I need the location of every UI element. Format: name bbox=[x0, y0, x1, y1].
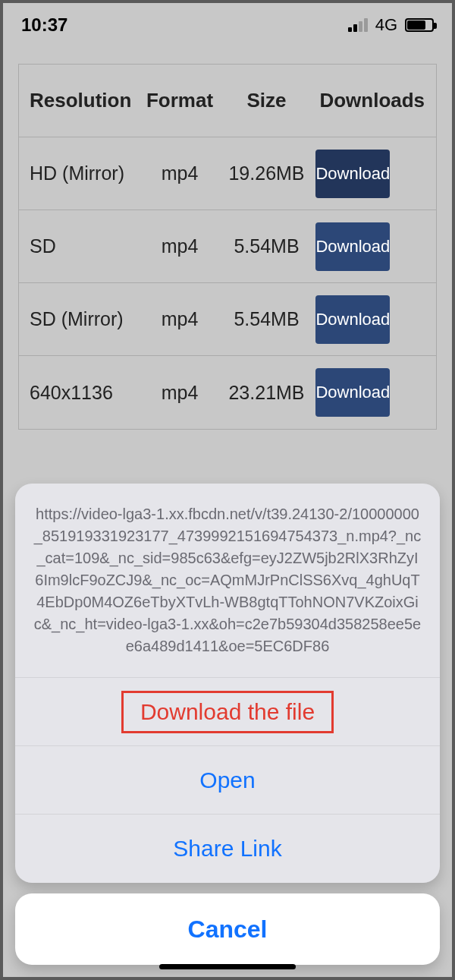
cancel-action[interactable]: Cancel bbox=[15, 893, 440, 965]
sheet-url-title: https://video-lga3-1.xx.fbcdn.net/v/t39.… bbox=[15, 484, 440, 678]
downloads-table: Resolution Format Size Downloads HD (Mir… bbox=[18, 64, 437, 430]
status-time: 10:37 bbox=[21, 14, 67, 36]
cell-format: mp4 bbox=[141, 235, 219, 257]
cell-resolution: HD (Mirror) bbox=[24, 162, 141, 184]
cell-size: 5.54MB bbox=[219, 308, 315, 330]
signal-icon bbox=[348, 18, 368, 32]
action-sheet-card: https://video-lga3-1.xx.fbcdn.net/v/t39.… bbox=[15, 484, 440, 883]
status-right: 4G bbox=[348, 15, 434, 35]
download-button[interactable]: Download bbox=[315, 222, 390, 271]
table-header-row: Resolution Format Size Downloads bbox=[19, 65, 436, 137]
cell-format: mp4 bbox=[141, 308, 219, 330]
table-row: 640x1136 mp4 23.21MB Download bbox=[19, 356, 436, 429]
header-format: Format bbox=[141, 89, 219, 112]
download-file-action[interactable]: Download the file bbox=[15, 678, 440, 746]
table-row: SD (Mirror) mp4 5.54MB Download bbox=[19, 283, 436, 356]
table-row: SD mp4 5.54MB Download bbox=[19, 210, 436, 283]
cell-resolution: 640x1136 bbox=[24, 382, 141, 404]
cell-resolution: SD bbox=[24, 235, 141, 257]
home-indicator bbox=[159, 964, 296, 969]
cell-format: mp4 bbox=[141, 382, 219, 404]
cell-format: mp4 bbox=[141, 162, 219, 184]
header-downloads: Downloads bbox=[314, 89, 431, 112]
download-button[interactable]: Download bbox=[315, 295, 390, 344]
open-action[interactable]: Open bbox=[15, 746, 440, 815]
download-button[interactable]: Download bbox=[315, 150, 390, 198]
open-label: Open bbox=[199, 767, 255, 793]
header-resolution: Resolution bbox=[24, 89, 141, 112]
share-link-action[interactable]: Share Link bbox=[15, 815, 440, 883]
cell-resolution: SD (Mirror) bbox=[24, 308, 141, 330]
cancel-label: Cancel bbox=[188, 915, 268, 944]
cell-size: 23.21MB bbox=[219, 382, 315, 404]
action-sheet: https://video-lga3-1.xx.fbcdn.net/v/t39.… bbox=[15, 484, 440, 965]
download-file-label: Download the file bbox=[121, 691, 334, 733]
download-button[interactable]: Download bbox=[315, 368, 390, 417]
share-link-label: Share Link bbox=[173, 836, 281, 862]
table-row: HD (Mirror) mp4 19.26MB Download bbox=[19, 137, 436, 210]
cell-size: 5.54MB bbox=[219, 235, 315, 257]
status-bar: 10:37 4G bbox=[3, 3, 452, 47]
header-size: Size bbox=[219, 89, 315, 112]
network-label: 4G bbox=[375, 15, 397, 35]
cell-size: 19.26MB bbox=[219, 162, 315, 184]
battery-icon bbox=[405, 18, 434, 32]
